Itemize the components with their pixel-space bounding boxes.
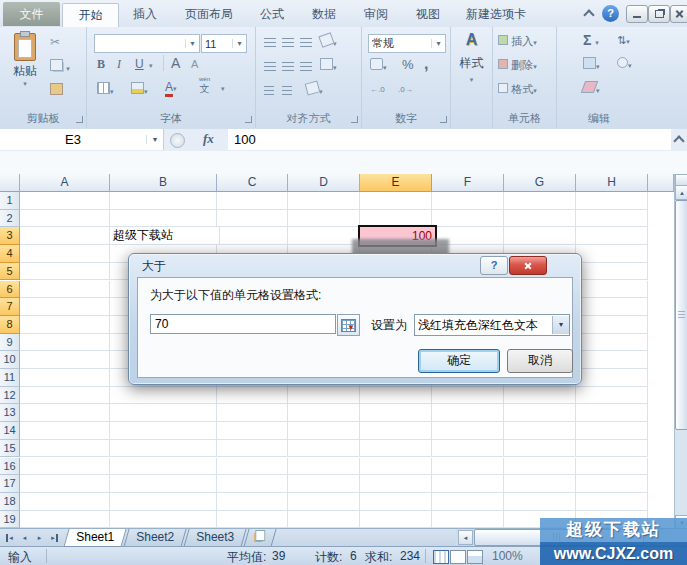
clipboard-dialog-launcher-icon[interactable] — [76, 116, 83, 123]
cell-H2[interactable] — [576, 210, 648, 228]
cell-H6[interactable] — [576, 281, 648, 299]
cell-C12[interactable] — [217, 387, 288, 405]
minimize-button[interactable] — [626, 5, 648, 23]
row-header-14[interactable]: 14 — [0, 422, 20, 440]
row-header-10[interactable]: 10 — [0, 351, 20, 369]
chevron-down-icon[interactable]: ▾ — [221, 85, 225, 93]
cell-E15[interactable] — [360, 440, 432, 458]
format-style-dropdown[interactable]: 浅红填充色深红色文本 ▾ — [414, 314, 570, 336]
cell-F17[interactable] — [432, 475, 504, 493]
cell-A3[interactable] — [20, 227, 110, 245]
orientation-button[interactable]: ▾ — [320, 34, 337, 49]
last-sheet-button[interactable]: ▸ — [48, 531, 61, 544]
column-header-C[interactable]: C — [217, 174, 288, 192]
normal-view-button[interactable] — [433, 550, 449, 564]
cell-H12[interactable] — [576, 387, 648, 405]
cell-D2[interactable] — [288, 210, 360, 228]
vertical-scrollbar[interactable]: ▲ ▼ — [674, 174, 687, 530]
row-header-12[interactable]: 12 — [0, 387, 20, 405]
cell-F14[interactable] — [432, 422, 504, 440]
cell-C16[interactable] — [217, 458, 288, 476]
cell-G1[interactable] — [504, 192, 576, 210]
sheet-tab-sheet3[interactable]: Sheet3 — [183, 529, 246, 547]
previous-sheet-button[interactable]: ◂ — [18, 531, 31, 544]
expand-formula-bar-button[interactable] — [671, 129, 687, 150]
first-sheet-button[interactable]: ◂ — [3, 531, 16, 544]
cell-H9[interactable] — [576, 334, 648, 352]
row-header-19[interactable]: 19 — [0, 511, 20, 529]
merge-center-button[interactable]: ▾ — [320, 58, 337, 73]
row-header-5[interactable]: 5 — [0, 263, 20, 281]
underline-dropdown-icon[interactable]: ▾ — [149, 62, 153, 70]
cell-H3[interactable] — [576, 227, 648, 245]
tab-review[interactable]: 审阅 — [351, 3, 401, 27]
tab-page-layout[interactable]: 页面布局 — [173, 3, 245, 27]
delete-cells-button[interactable]: 删除▾ — [498, 58, 537, 73]
page-break-view-button[interactable] — [467, 550, 483, 564]
column-header-B[interactable]: B — [110, 174, 217, 192]
column-header-H[interactable]: H — [576, 174, 648, 192]
cell-G17[interactable] — [504, 475, 576, 493]
underline-button[interactable]: U — [135, 57, 144, 71]
cell-A15[interactable] — [20, 440, 110, 458]
collapse-ribbon-icon[interactable] — [580, 5, 598, 21]
column-header-D[interactable]: D — [288, 174, 360, 192]
zoom-level[interactable]: 100% — [492, 549, 523, 563]
cell-D14[interactable] — [288, 422, 360, 440]
cell-B19[interactable] — [110, 511, 217, 529]
cell-D19[interactable] — [288, 511, 360, 529]
cell-C18[interactable] — [217, 493, 288, 511]
cell-B2[interactable] — [110, 210, 217, 228]
alignment-dialog-launcher-icon[interactable] — [351, 116, 358, 123]
page-layout-view-button[interactable] — [450, 550, 466, 564]
cell-A8[interactable] — [20, 316, 110, 334]
fill-button[interactable]: ▾ — [583, 57, 600, 72]
cell-C13[interactable] — [217, 404, 288, 422]
cell-H14[interactable] — [576, 422, 648, 440]
chevron-down-icon[interactable]: ▾ — [146, 135, 163, 144]
insert-function-icon[interactable]: fx — [203, 131, 214, 147]
grow-font-button[interactable]: A — [171, 55, 180, 71]
italic-button[interactable]: I — [117, 57, 121, 72]
dialog-help-button[interactable]: ? — [480, 256, 508, 275]
cell-E18[interactable] — [360, 493, 432, 511]
bold-button[interactable]: B — [97, 57, 105, 72]
row-header-2[interactable]: 2 — [0, 210, 20, 228]
top-align-button[interactable] — [264, 36, 276, 50]
cell-F15[interactable] — [432, 440, 504, 458]
cell-G3[interactable] — [504, 227, 576, 245]
font-name-combo[interactable]: ▾ — [94, 34, 200, 53]
decrease-decimal-button[interactable]: .0→ — [398, 85, 413, 94]
cell-H4[interactable] — [576, 245, 648, 263]
select-all-corner[interactable] — [0, 174, 20, 192]
row-header-7[interactable]: 7 — [0, 298, 20, 316]
collapse-dialog-button[interactable]: ▼ — [337, 314, 360, 336]
cell-F13[interactable] — [432, 404, 504, 422]
tab-insert[interactable]: 插入 — [119, 3, 171, 27]
cell-C14[interactable] — [217, 422, 288, 440]
row-header-16[interactable]: 16 — [0, 458, 20, 476]
styles-button[interactable]: A 样式 ▾ — [451, 31, 492, 84]
sort-filter-button[interactable]: ⇅▾ — [617, 34, 630, 47]
cell-C1[interactable] — [217, 192, 288, 210]
close-button[interactable] — [670, 5, 687, 23]
cell-A11[interactable] — [20, 369, 110, 387]
cell-H13[interactable] — [576, 404, 648, 422]
cell-F18[interactable] — [432, 493, 504, 511]
fill-color-button[interactable]: ▾ — [131, 82, 148, 97]
cell-A1[interactable] — [20, 192, 110, 210]
column-header-G[interactable]: G — [504, 174, 576, 192]
cell-A17[interactable] — [20, 475, 110, 493]
cell-G16[interactable] — [504, 458, 576, 476]
sheet-tab-sheet2[interactable]: Sheet2 — [123, 529, 186, 547]
cell-B14[interactable] — [110, 422, 217, 440]
cell-A14[interactable] — [20, 422, 110, 440]
align-center-button[interactable] — [282, 60, 294, 74]
cell-H18[interactable] — [576, 493, 648, 511]
cell-A4[interactable] — [20, 245, 110, 263]
find-select-button[interactable]: ▾ — [617, 57, 632, 71]
clear-button[interactable]: ▾ — [583, 81, 600, 96]
cell-A13[interactable] — [20, 404, 110, 422]
cell-F16[interactable] — [432, 458, 504, 476]
cut-button[interactable]: ✂ — [50, 35, 60, 49]
